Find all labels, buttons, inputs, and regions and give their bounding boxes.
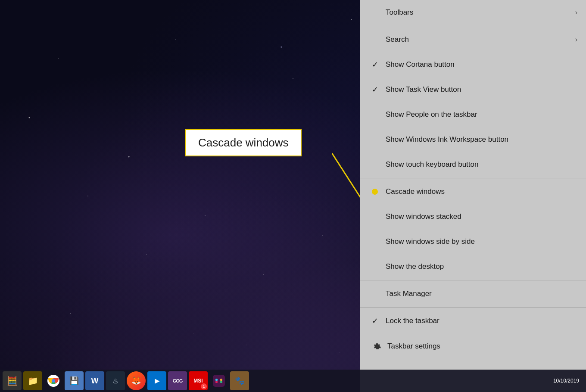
menu-item-show-desktop[interactable]: Show the desktop: [360, 254, 586, 279]
menu-label-toolbars: Toolbars: [386, 8, 413, 17]
menu-label-search: Search: [386, 35, 409, 44]
chevron-toolbars: ›: [575, 9, 577, 16]
chevron-search: ›: [575, 36, 577, 44]
taskbar-icon-msi[interactable]: MSI 1: [189, 371, 208, 390]
gear-icon: [372, 341, 382, 352]
menu-item-search[interactable]: Search ›: [360, 27, 586, 52]
svg-rect-7: [215, 381, 218, 383]
menu-item-show-ink[interactable]: Show Windows Ink Workspace button: [360, 127, 586, 152]
taskbar-datetime: 10/10/2019: [553, 377, 584, 385]
taskbar-icon-calculator[interactable]: 🧮: [3, 371, 22, 390]
menu-item-task-manager[interactable]: Task Manager: [360, 281, 586, 306]
menu-label-show-task-view: Show Task View button: [386, 85, 461, 94]
taskbar-date: 10/10/2019: [553, 377, 579, 385]
menu-item-taskbar-settings[interactable]: Taskbar settings: [360, 333, 586, 359]
check-lock-taskbar: ✓: [372, 316, 382, 326]
svg-rect-9: [220, 381, 222, 383]
menu-item-show-task-view[interactable]: ✓ Show Task View button: [360, 77, 586, 102]
divider-after-touch-keyboard: [360, 178, 586, 178]
bullet-cascade: [372, 189, 378, 195]
svg-rect-8: [215, 379, 218, 381]
svg-point-5: [52, 379, 55, 383]
taskbar-icon-file-explorer[interactable]: 📁: [23, 371, 42, 390]
menu-item-toolbars[interactable]: Toolbars ›: [360, 0, 586, 25]
cascade-tooltip-text: Cascade windows: [198, 136, 289, 149]
menu-item-show-touch-keyboard[interactable]: Show touch keyboard button: [360, 152, 586, 177]
svg-rect-6: [213, 375, 225, 387]
taskbar-icon-flash-drive[interactable]: 💾: [65, 371, 84, 390]
taskbar-icon-word[interactable]: W: [85, 371, 104, 390]
context-menu: Toolbars › Search › ✓ Show Cortana butto…: [360, 0, 586, 392]
menu-label-cascade-windows: Cascade windows: [386, 187, 445, 196]
divider-after-task-manager: [360, 307, 586, 308]
menu-label-show-desktop: Show the desktop: [386, 262, 444, 271]
taskbar: 🧮 📁 💾 W ♨: [0, 370, 586, 392]
taskbar-icon-firefox[interactable]: 🦊: [127, 371, 146, 390]
taskbar-icon-slack[interactable]: [209, 371, 228, 390]
menu-label-show-cortana: Show Cortana button: [386, 60, 455, 69]
taskbar-icon-gimp[interactable]: 🐾: [230, 371, 249, 390]
check-cortana: ✓: [372, 60, 382, 69]
menu-label-show-people: Show People on the taskbar: [386, 110, 477, 119]
menu-label-show-touch-keyboard: Show touch keyboard button: [386, 160, 478, 169]
svg-rect-10: [220, 379, 222, 381]
menu-label-show-ink: Show Windows Ink Workspace button: [386, 135, 508, 144]
desktop: Cascade windows Toolbars › Search › ✓ Sh…: [0, 0, 586, 392]
menu-item-cascade-windows[interactable]: Cascade windows: [360, 179, 586, 204]
taskbar-icon-uplay[interactable]: ▶: [147, 371, 166, 390]
divider-after-show-desktop: [360, 280, 586, 280]
menu-label-task-manager: Task Manager: [386, 289, 432, 298]
menu-item-show-cortana[interactable]: ✓ Show Cortana button: [360, 52, 586, 77]
taskbar-icon-gog[interactable]: GOG: [168, 371, 187, 390]
taskbar-icon-steam[interactable]: ♨: [106, 371, 125, 390]
cascade-tooltip: Cascade windows: [185, 129, 302, 156]
menu-label-taskbar-settings: Taskbar settings: [387, 342, 440, 351]
menu-item-show-stacked[interactable]: Show windows stacked: [360, 204, 586, 229]
menu-item-lock-taskbar[interactable]: ✓ Lock the taskbar: [360, 308, 586, 333]
menu-label-show-stacked: Show windows stacked: [386, 212, 461, 221]
check-task-view: ✓: [372, 85, 382, 94]
menu-label-show-side-by-side: Show windows side by side: [386, 237, 475, 246]
menu-item-show-people[interactable]: Show People on the taskbar: [360, 102, 586, 127]
divider-after-toolbars: [360, 26, 586, 26]
menu-label-lock-taskbar: Lock the taskbar: [386, 317, 440, 325]
menu-item-show-side-by-side[interactable]: Show windows side by side: [360, 229, 586, 254]
taskbar-icon-chrome[interactable]: [44, 371, 63, 390]
